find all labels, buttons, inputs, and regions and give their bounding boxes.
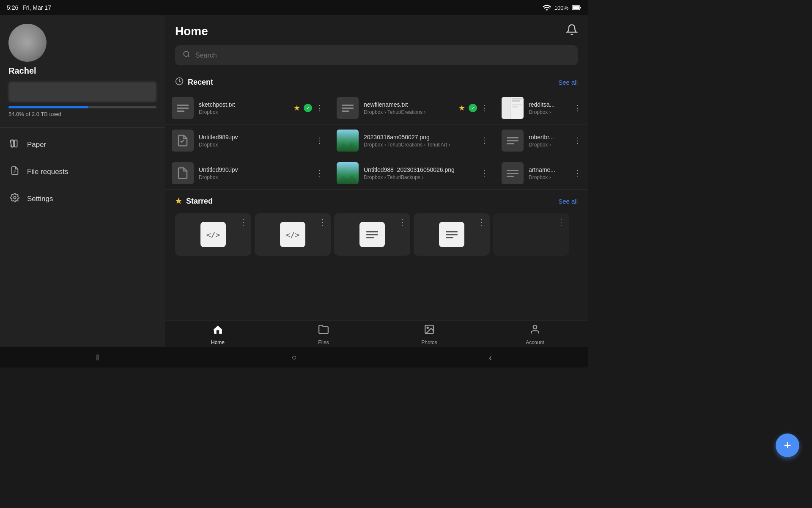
more-options-icon[interactable]: ⋮ xyxy=(398,218,406,227)
file-path: Dropbox xyxy=(199,142,310,148)
file-thumbnail xyxy=(172,162,194,184)
file-item[interactable]: redditsa... Dropbox › ⋮ xyxy=(495,92,588,124)
notifications-icon[interactable] xyxy=(566,24,578,39)
file-name: Untitled988_20230316050026.png xyxy=(364,166,475,173)
more-options-icon[interactable]: ⋮ xyxy=(480,168,488,178)
main-header: Home xyxy=(165,15,588,45)
file-thumbnail xyxy=(502,130,524,152)
more-options-icon[interactable]: ⋮ xyxy=(557,218,565,227)
file-item[interactable]: robertbr... Dropbox › ⋮ xyxy=(495,124,588,157)
file-item[interactable]: artname... Dropbox › ⋮ xyxy=(495,157,588,190)
more-options-icon[interactable]: ⋮ xyxy=(315,103,323,113)
svg-line-10 xyxy=(188,55,189,57)
file-thumbnail xyxy=(337,130,359,152)
file-name: redditsa... xyxy=(529,101,568,108)
svg-rect-1 xyxy=(580,7,581,8)
storage-progress-bar xyxy=(8,106,156,108)
file-path: Dropbox › TehutiCreations › xyxy=(364,109,453,115)
starred-card[interactable]: ⋮ </> xyxy=(175,213,251,256)
main-content: Home xyxy=(165,15,588,347)
svg-rect-2 xyxy=(573,6,579,9)
back-button[interactable]: ‹ xyxy=(479,349,502,366)
star-icon: ★ xyxy=(294,103,300,113)
file-thumbnail xyxy=(502,97,524,119)
file-item[interactable]: Untitled989.ipv Dropbox ⋮ xyxy=(165,124,330,157)
avatar xyxy=(8,24,47,62)
file-name: sketchpost.txt xyxy=(199,101,288,108)
recent-section-header: Recent See all xyxy=(165,72,588,92)
date: Fri, Mar 17 xyxy=(22,4,51,11)
system-nav-bar: ⦀ ○ ‹ xyxy=(0,347,588,367)
sync-status-icon: ✓ xyxy=(304,104,312,112)
svg-point-8 xyxy=(14,196,16,199)
file-thumbnail xyxy=(337,162,359,184)
file-item[interactable]: newfilenames.txt Dropbox › TehutiCreatio… xyxy=(330,92,495,124)
status-bar-right: 100% xyxy=(543,5,581,11)
starred-file-icon xyxy=(439,222,464,247)
sidebar-username: Rachel xyxy=(8,66,156,76)
recent-section-title: Recent xyxy=(188,78,213,87)
more-options-icon[interactable]: ⋮ xyxy=(319,218,326,227)
sidebar-item-settings[interactable]: Settings xyxy=(0,185,165,213)
starred-card[interactable]: ⋮ </> xyxy=(255,213,331,256)
recents-button[interactable]: ⦀ xyxy=(86,349,110,366)
more-options-icon[interactable]: ⋮ xyxy=(573,103,581,113)
file-name: robertbr... xyxy=(529,134,568,141)
file-name: artname... xyxy=(529,166,568,173)
sidebar-profile: Rachel 54.0% of 2.0 TB used xyxy=(0,24,165,124)
more-options-icon[interactable]: ⋮ xyxy=(315,168,323,178)
file-item[interactable]: Untitled990.ipv Dropbox ⋮ xyxy=(165,157,330,190)
file-name: newfilenames.txt xyxy=(364,101,453,108)
nav-item-photos[interactable]: Photos xyxy=(376,324,482,345)
file-item[interactable]: sketchpost.txt Dropbox ★ ✓ ⋮ xyxy=(165,92,330,124)
more-options-icon[interactable]: ⋮ xyxy=(480,103,488,113)
svg-point-9 xyxy=(184,51,189,56)
starred-section-header: ★ Starred See all xyxy=(165,191,588,210)
page-title: Home xyxy=(175,25,208,38)
nav-item-photos-label: Photos xyxy=(421,340,437,345)
starred-card[interactable]: ⋮ xyxy=(334,213,410,256)
file-path: Dropbox › xyxy=(529,174,568,180)
status-bar: 5:26 Fri, Mar 17 100% xyxy=(0,0,588,15)
nav-item-files-label: Files xyxy=(318,340,329,345)
sync-status-icon: ✓ xyxy=(469,104,477,112)
nav-item-home-label: Home xyxy=(211,340,225,345)
sidebar-item-paper[interactable]: Paper xyxy=(0,131,165,158)
search-bar[interactable] xyxy=(175,45,578,65)
home-icon xyxy=(212,324,223,338)
file-item[interactable]: Untitled988_20230316050026.png Dropbox ›… xyxy=(330,157,495,190)
starred-file-icon xyxy=(359,222,385,247)
starred-card[interactable]: ⋮ xyxy=(493,213,569,256)
more-options-icon[interactable]: ⋮ xyxy=(239,218,247,227)
file-thumbnail xyxy=(172,130,194,152)
starred-card[interactable]: ⋮ xyxy=(414,213,490,256)
star-section-icon: ★ xyxy=(175,196,182,206)
nav-item-home[interactable]: Home xyxy=(165,324,271,345)
more-options-icon[interactable]: ⋮ xyxy=(315,136,323,145)
more-options-icon[interactable]: ⋮ xyxy=(478,218,486,227)
starred-see-all[interactable]: See all xyxy=(558,198,578,205)
file-name: Untitled990.ipv xyxy=(199,166,310,173)
svg-rect-4 xyxy=(14,140,17,147)
photos-icon xyxy=(424,324,435,338)
sidebar-item-settings-label: Settings xyxy=(27,195,53,203)
file-path: Dropbox › TehutiCreations › TehutiArt › xyxy=(364,142,475,148)
more-options-icon[interactable]: ⋮ xyxy=(480,136,488,145)
nav-item-account[interactable]: Account xyxy=(482,324,588,345)
file-thumbnail xyxy=(502,162,524,184)
nav-item-files[interactable]: Files xyxy=(271,324,376,345)
file-item[interactable]: 20230316am050027.png Dropbox › TehutiCre… xyxy=(330,124,495,157)
file-path: Dropbox › TehutiBackups › xyxy=(364,174,475,180)
account-icon xyxy=(529,324,540,338)
sidebar: Rachel 54.0% of 2.0 TB used Paper xyxy=(0,15,165,347)
settings-icon xyxy=(10,193,19,205)
star-icon: ★ xyxy=(458,103,465,113)
search-icon xyxy=(183,50,190,60)
recent-see-all[interactable]: See all xyxy=(558,79,578,86)
more-options-icon[interactable]: ⋮ xyxy=(573,136,581,145)
search-input[interactable] xyxy=(195,52,570,59)
more-options-icon[interactable]: ⋮ xyxy=(573,168,581,178)
home-button[interactable]: ○ xyxy=(282,349,307,366)
file-thumbnail xyxy=(337,97,359,119)
sidebar-item-file-requests[interactable]: File requests xyxy=(0,158,165,185)
